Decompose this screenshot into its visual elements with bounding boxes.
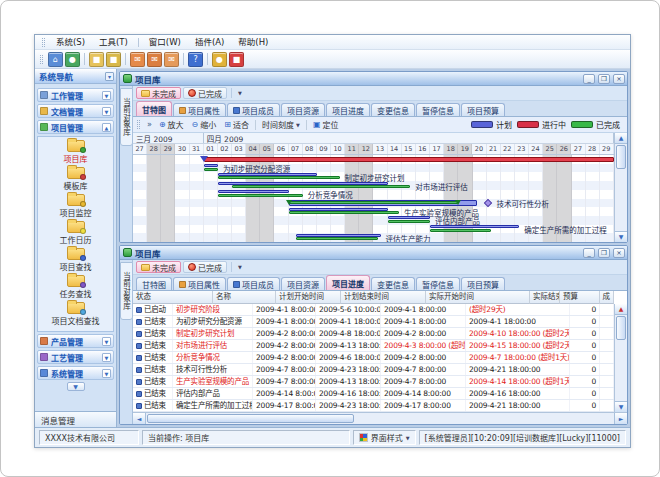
sidebar-collapse-button[interactable]: ▾ bbox=[105, 72, 114, 81]
computer-icon[interactable]: ⌂ bbox=[48, 52, 63, 67]
mail-send-icon[interactable]: ✉ bbox=[164, 52, 179, 67]
separator[interactable] bbox=[125, 53, 126, 65]
filter-button[interactable]: 已完成 bbox=[183, 87, 227, 99]
table-row[interactable]: 已结束 分析竞争情况 2009-4-2 8:00:00 2009-4-6 18:… bbox=[133, 352, 614, 364]
scroll-top-arrow[interactable]: ▲ bbox=[615, 304, 627, 315]
column-header[interactable]: 实际结束时间 bbox=[530, 291, 560, 304]
chevron-down-icon[interactable]: ▼ bbox=[102, 337, 111, 346]
tab[interactable]: 暂停信息 bbox=[416, 277, 460, 290]
gantt-actual-bar[interactable] bbox=[218, 194, 303, 197]
sidebar-item[interactable]: 模板库 bbox=[64, 167, 88, 191]
column-header[interactable]: 计划结束时间 bbox=[341, 291, 426, 304]
mail-import-icon[interactable]: ✉ bbox=[147, 52, 162, 67]
sidebar-tab-messages[interactable]: 消息管理 bbox=[35, 411, 116, 427]
menu-item[interactable]: 系统(S) bbox=[49, 35, 92, 49]
table-row[interactable]: 已结束 生产实验室规模的产品 2009-4-7 8:00:00 2009-4-1… bbox=[133, 376, 614, 388]
chevron-down-icon[interactable]: ▼ bbox=[102, 91, 111, 100]
gantt-tool-button[interactable]: ⊕放大 bbox=[155, 118, 188, 131]
gantt-actual-bar[interactable] bbox=[232, 185, 410, 188]
scroll-thumb[interactable] bbox=[616, 145, 626, 169]
tab[interactable]: 变更信息 bbox=[371, 103, 415, 116]
folder-view-icon[interactable]: ■ bbox=[106, 52, 121, 67]
sidebar-item[interactable]: 项目文档查找 bbox=[52, 302, 100, 326]
gantt-actual-bar[interactable] bbox=[296, 237, 378, 240]
restore-button[interactable]: ❐ bbox=[598, 248, 610, 258]
separator[interactable] bbox=[207, 53, 208, 65]
column-header[interactable]: 名称 bbox=[213, 291, 276, 304]
scroll-up-arrow[interactable]: ▲ bbox=[615, 133, 627, 144]
restore-button[interactable]: ❐ bbox=[598, 74, 610, 84]
scroll-thumb[interactable] bbox=[147, 414, 354, 423]
tab[interactable]: 项目资源 bbox=[281, 277, 325, 290]
chevron-down-icon[interactable]: ▼ bbox=[102, 369, 111, 378]
sidebar-section-project[interactable]: 项目管理 ▲ bbox=[37, 120, 114, 134]
current-objects-vertical-tab[interactable]: 当前对象库 bbox=[120, 262, 133, 320]
sidebar-section[interactable]: 系统管理▼ bbox=[37, 366, 114, 380]
gantt-actual-bar[interactable] bbox=[204, 168, 218, 171]
gantt-plan-bar[interactable] bbox=[388, 216, 430, 219]
sidebar-section[interactable]: 工作管理▼ bbox=[37, 88, 114, 102]
table-row[interactable]: 已结束 制定初步研究计划 2009-4-2 8:00:00 2009-4-8 1… bbox=[133, 328, 614, 340]
table-row[interactable]: 已结束 评估内部产品 2009-4-14 8:00:00 2009-4-16 1… bbox=[133, 388, 614, 400]
scroll-down-arrow[interactable]: ▼ bbox=[615, 231, 627, 242]
gantt-actual-bar[interactable] bbox=[218, 176, 340, 179]
tab[interactable]: 项目成员 bbox=[227, 103, 280, 116]
chevron-down-icon[interactable]: ▼ bbox=[236, 90, 244, 96]
filter-button[interactable]: 已完成 bbox=[183, 261, 227, 273]
gantt-actual-bar[interactable] bbox=[388, 220, 430, 223]
separator[interactable] bbox=[183, 53, 184, 65]
gantt-actual-bar[interactable] bbox=[289, 201, 459, 204]
scroll-thumb[interactable] bbox=[616, 316, 626, 340]
chevron-up-icon[interactable]: ▲ bbox=[102, 123, 111, 132]
gantt-tool-button[interactable]: ⊖缩小 bbox=[188, 118, 221, 131]
menu-item[interactable]: 帮助(H) bbox=[231, 35, 275, 49]
filter-button[interactable]: 未完成 bbox=[136, 87, 181, 99]
lock-icon[interactable]: ● bbox=[212, 52, 227, 67]
filter-button[interactable]: 未完成 bbox=[136, 261, 181, 273]
tab[interactable]: 项目属性 bbox=[173, 103, 226, 116]
sidebar-item[interactable]: 任务查找 bbox=[60, 275, 92, 299]
sidebar-section[interactable]: 工艺管理▼ bbox=[37, 350, 114, 364]
sidebar-overflow-button[interactable]: ▼ bbox=[67, 382, 85, 391]
folder-open-icon[interactable]: ■ bbox=[89, 52, 104, 67]
separator[interactable] bbox=[84, 53, 85, 65]
interface-style-button[interactable]: 界面样式 ▼ bbox=[353, 430, 416, 445]
tab[interactable]: 暂停信息 bbox=[416, 103, 460, 116]
table-horizontal-scrollbar[interactable]: ◄ ► bbox=[133, 412, 627, 424]
tab[interactable]: 变更信息 bbox=[371, 277, 415, 290]
column-header[interactable]: 预算 bbox=[560, 291, 600, 304]
scroll-right-arrow[interactable]: ► bbox=[614, 413, 627, 424]
menu-item[interactable]: 插件(A) bbox=[188, 35, 231, 49]
scroll-left-arrow[interactable]: ◄ bbox=[133, 413, 146, 424]
gantt-plan-bar[interactable] bbox=[218, 190, 289, 193]
tab[interactable]: 项目进度 bbox=[326, 275, 370, 290]
tab[interactable]: 甘特图 bbox=[136, 101, 172, 116]
tab[interactable]: 甘特图 bbox=[136, 277, 172, 290]
chevron-down-icon[interactable]: ▼ bbox=[236, 264, 244, 270]
gantt-tool-button[interactable]: ⊞适合 bbox=[220, 118, 253, 131]
tab[interactable]: 项目资源 bbox=[281, 103, 325, 116]
gantt-actual-bar[interactable] bbox=[289, 211, 399, 214]
minimize-button[interactable]: _ bbox=[583, 74, 595, 84]
gantt-actual-bar[interactable] bbox=[430, 229, 491, 232]
close-button[interactable]: × bbox=[613, 248, 625, 258]
table-row[interactable]: 已结束 确定生产所需的加工过程 2009-4-17 8:00:00 2009-4… bbox=[133, 400, 614, 412]
tab[interactable]: 项目预算 bbox=[461, 277, 505, 290]
gantt-summary-bar[interactable] bbox=[204, 157, 614, 162]
gantt-tool-button[interactable]: 时间刻度▼ bbox=[258, 118, 304, 131]
minimize-button[interactable]: _ bbox=[583, 248, 595, 258]
chevron-down-icon[interactable]: ▼ bbox=[102, 353, 111, 362]
tab[interactable]: 项目属性 bbox=[173, 277, 226, 290]
sidebar-item[interactable]: 工作日历 bbox=[60, 221, 92, 245]
sidebar-item[interactable]: 项目库 bbox=[64, 140, 88, 164]
table-row[interactable]: 已结束 对市场进行评估 2009-4-2 8:00:00 2009-4-13 1… bbox=[133, 340, 614, 352]
column-header[interactable]: 成 bbox=[600, 291, 615, 304]
sidebar-section[interactable]: 产品管理▼ bbox=[37, 334, 114, 348]
close-button[interactable]: × bbox=[613, 74, 625, 84]
sidebar-item[interactable]: 项目监控 bbox=[60, 194, 92, 218]
exit-icon[interactable]: ■ bbox=[229, 52, 244, 67]
menu-item[interactable]: 工具(T) bbox=[92, 35, 135, 49]
tab[interactable]: 项目进度 bbox=[326, 103, 370, 116]
gantt-tool-button[interactable]: ▣定位 bbox=[309, 118, 343, 131]
table-row[interactable]: 已结束 为初步研究分配资源 2009-4-1 8:00:00 2009-4-1 … bbox=[133, 316, 614, 328]
